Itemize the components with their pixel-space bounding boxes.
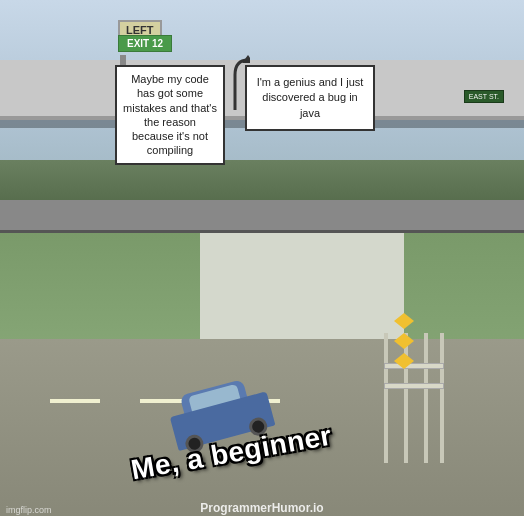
meme-container: LEFT EXIT 12 Maybe my code has got some … bbox=[0, 0, 524, 516]
guardrail-post-1 bbox=[384, 333, 388, 463]
road-line-1 bbox=[50, 399, 100, 403]
guardrail-rail-1 bbox=[384, 363, 444, 369]
guardrail-rail-2 bbox=[384, 383, 444, 389]
chevron-signs bbox=[394, 313, 414, 369]
guardrail-post-4 bbox=[440, 333, 444, 463]
sign-box-right: I'm a genius and I just discovered a bug… bbox=[245, 65, 375, 131]
section-divider bbox=[0, 230, 524, 233]
chevron-3 bbox=[394, 353, 414, 369]
chevron-2 bbox=[394, 333, 414, 349]
guardrail-post-3 bbox=[424, 333, 428, 463]
top-road bbox=[0, 200, 524, 230]
top-section: LEFT EXIT 12 Maybe my code has got some … bbox=[0, 0, 524, 230]
exit-sign: EXIT 12 bbox=[118, 35, 172, 52]
guardrail bbox=[384, 333, 444, 463]
svg-marker-0 bbox=[242, 55, 250, 63]
sign-box-left: Maybe my code has got some mistakes and … bbox=[115, 65, 225, 165]
east-street-sign: EAST ST. bbox=[464, 90, 504, 103]
bottom-section: Me, a beginner imgflip.com ProgrammerHum… bbox=[0, 233, 524, 516]
watermark-programmerhumor: ProgrammerHumor.io bbox=[0, 501, 524, 515]
chevron-1 bbox=[394, 313, 414, 329]
